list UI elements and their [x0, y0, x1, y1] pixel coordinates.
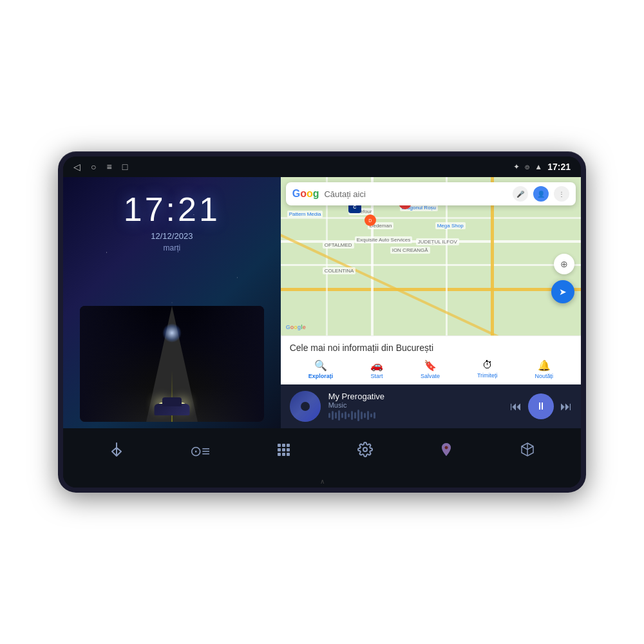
wave-bar-12 [364, 413, 366, 418]
map-label-mega: Mega Shop [435, 222, 466, 229]
wave-bar-9 [354, 412, 356, 419]
music-player: My Prerogative Music [281, 384, 581, 428]
tab-trimiteți[interactable]: ⏱ Trimiteți [473, 358, 502, 381]
wave-bar-15 [374, 412, 375, 419]
map-area[interactable]: Pattern Media Carrefour Dragonul Roșu Me… [281, 177, 581, 336]
main-content: 17:21 12/12/2023 marți [63, 177, 581, 428]
wave-bar-4 [338, 410, 340, 421]
music-waveform [328, 409, 502, 422]
status-icons: ✦ ⌾ ▲ 17:21 [513, 162, 571, 172]
tab-start[interactable]: 🚗 Start [366, 358, 387, 381]
svg-rect-4 [282, 448, 285, 451]
play-pause-button[interactable]: ⏸ [528, 393, 554, 419]
map-search-bar[interactable]: Goog Căutați aici 🎤 👤 ⋮ [286, 182, 576, 205]
map-label-ion: ION CREANGĂ [390, 247, 430, 254]
dock-radio[interactable]: ⊙≡ [182, 438, 218, 465]
tab-salvate[interactable]: 🔖 Salvate [417, 358, 444, 381]
settings-gear-icon [357, 442, 373, 461]
cube-icon [520, 442, 535, 461]
explore-icon: 🔍 [314, 359, 327, 372]
news-icon: 🔔 [538, 359, 551, 372]
bluetooth-icon: ✦ [513, 162, 520, 171]
dock-bluetooth[interactable] [101, 437, 132, 466]
wave-bar-7 [348, 413, 350, 417]
svg-rect-0 [278, 444, 281, 447]
bluetooth-icon [109, 442, 124, 461]
search-action-icons: 🎤 👤 ⋮ [513, 186, 569, 202]
google-maps-logo: Goog [292, 188, 319, 200]
map-info-panel: Cele mai noi informații din București 🔍 … [281, 336, 581, 384]
wave-bar-3 [335, 412, 337, 419]
map-navigate-button[interactable]: ➤ [551, 280, 574, 303]
wave-bar-13 [367, 411, 369, 420]
lock-screen-panel: 17:21 12/12/2023 marți [63, 177, 281, 428]
device-frame: ◁ ○ ≡ □ ✦ ⌾ ▲ 17:21 17:21 12/12/2023 mar… [58, 151, 586, 493]
wave-bar-6 [345, 412, 346, 419]
tab-explorați[interactable]: 🔍 Explorați [305, 358, 337, 381]
maps-pin-icon [439, 442, 454, 461]
wave-bar-1 [328, 413, 330, 418]
account-icon[interactable]: 👤 [533, 186, 549, 202]
google-logo: Google [286, 324, 306, 330]
next-button[interactable]: ⏭ [560, 400, 572, 413]
radio-icon: ⊙≡ [190, 443, 210, 460]
wave-bar-5 [341, 413, 343, 418]
tab-explorați-label: Explorați [308, 373, 334, 379]
menu-button[interactable]: ≡ [106, 162, 111, 172]
dock-cube[interactable] [512, 437, 543, 466]
dock-chevron: ∧ [63, 475, 581, 488]
crosshair-icon: ⊕ [560, 259, 568, 269]
home-button[interactable]: ○ [91, 162, 96, 172]
tab-noutăți[interactable]: 🔔 Noutăți [531, 358, 557, 381]
device-screen: ◁ ○ ≡ □ ✦ ⌾ ▲ 17:21 17:21 12/12/2023 mar… [63, 156, 581, 488]
navigate-icon: ➤ [559, 287, 567, 297]
dock-apps[interactable] [268, 437, 299, 466]
map-label-exquisite: Exquisite Auto Services [355, 236, 413, 243]
apps-grid-icon [276, 442, 291, 461]
microphone-icon[interactable]: 🎤 [513, 186, 528, 202]
svg-rect-3 [278, 448, 281, 451]
tab-noutăți-label: Noutăți [535, 373, 553, 379]
music-info: My Prerogative Music [328, 392, 502, 422]
search-input[interactable]: Căutați aici [324, 189, 507, 199]
wave-bar-11 [361, 412, 363, 419]
dock-settings[interactable] [350, 437, 381, 466]
map-label-pattern: Pattern Media [287, 211, 323, 218]
tab-trimiteți-label: Trimiteți [477, 372, 498, 379]
svg-rect-6 [278, 453, 281, 456]
right-panel: Pattern Media Carrefour Dragonul Roșu Me… [281, 177, 581, 428]
prev-button[interactable]: ⏮ [510, 400, 522, 413]
wifi-icon: ⌾ [525, 162, 529, 171]
map-label-oftalmed: OFTALMED [323, 242, 354, 249]
lock-time: 17:21 [124, 190, 220, 229]
lock-day: marți [164, 243, 181, 252]
back-button[interactable]: ◁ [73, 162, 80, 172]
wave-bar-8 [351, 411, 353, 420]
map-tabs: 🔍 Explorați 🚗 Start 🔖 Salvate ⏱ [290, 358, 572, 381]
svg-rect-8 [287, 453, 290, 456]
map-location-button[interactable]: ⊕ [554, 254, 574, 274]
svg-rect-5 [287, 448, 290, 451]
map-label-judet: JUDEȚUL ILFOV [416, 238, 459, 245]
wave-bar-2 [332, 411, 334, 420]
wave-bar-10 [357, 410, 359, 421]
lock-date: 12/12/2023 [151, 231, 193, 241]
status-bar: ◁ ○ ≡ □ ✦ ⌾ ▲ 17:21 [63, 156, 581, 177]
svg-rect-7 [282, 453, 285, 456]
dedeman-pin: D [365, 214, 376, 226]
status-time: 17:21 [547, 162, 571, 172]
bottom-dock: ⊙≡ [63, 428, 581, 475]
tunnel-image [80, 306, 264, 422]
saved-icon: 🔖 [424, 359, 437, 372]
music-subtitle: Music [328, 401, 502, 409]
lock-screen-content: 17:21 12/12/2023 marți [70, 190, 274, 422]
svg-rect-1 [282, 444, 285, 447]
screenshot-button[interactable]: □ [122, 162, 128, 172]
map-label-colentina: COLENTINA [323, 267, 356, 274]
svg-point-9 [363, 448, 367, 451]
grid-icon[interactable]: ⋮ [554, 186, 569, 202]
dock-maps[interactable] [431, 437, 462, 466]
tab-start-label: Start [371, 373, 383, 379]
wave-bar-14 [370, 413, 372, 417]
nav-buttons: ◁ ○ ≡ □ [73, 162, 128, 172]
